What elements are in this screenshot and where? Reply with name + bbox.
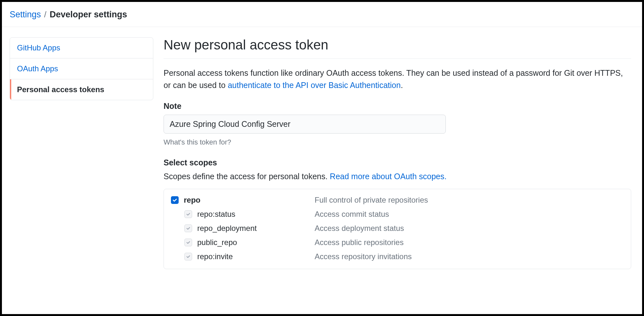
scopes-read-more-link[interactable]: Read more about OAuth scopes. <box>330 172 446 181</box>
checkbox-repo-status[interactable] <box>184 210 192 218</box>
scope-row-repo-deployment: repo_deployment Access deployment status <box>171 224 624 233</box>
check-icon <box>186 240 191 245</box>
intro-text: Personal access tokens function like ord… <box>164 67 631 91</box>
checkbox-repo-invite[interactable] <box>184 253 192 260</box>
scope-desc-repo-deployment: Access deployment status <box>315 224 404 233</box>
page-title: New personal access token <box>164 37 631 59</box>
scope-row-repo: repo Full control of private repositorie… <box>171 196 624 205</box>
check-icon <box>172 198 177 203</box>
breadcrumb-separator: / <box>44 10 47 20</box>
checkbox-repo[interactable] <box>171 196 179 204</box>
sidebar-item-oauth-apps[interactable]: OAuth Apps <box>10 58 153 79</box>
breadcrumb-current: Developer settings <box>50 10 127 20</box>
scope-desc-public-repo: Access public repositories <box>315 238 403 247</box>
sidebar-item-github-apps[interactable]: GitHub Apps <box>10 38 153 58</box>
scope-name-repo-status: repo:status <box>197 210 315 219</box>
scopes-description: Scopes define the access for personal to… <box>164 172 631 181</box>
check-icon <box>186 254 191 259</box>
scope-desc-repo: Full control of private repositories <box>315 196 428 205</box>
check-icon <box>186 226 191 231</box>
sidebar-item-personal-access-tokens[interactable]: Personal access tokens <box>10 79 153 100</box>
scope-desc-repo-status: Access commit status <box>315 210 389 219</box>
breadcrumb: Settings / Developer settings <box>2 2 642 27</box>
note-input[interactable] <box>164 115 446 134</box>
breadcrumb-parent-link[interactable]: Settings <box>10 10 41 20</box>
scope-row-repo-invite: repo:invite Access repository invitation… <box>171 252 624 261</box>
checkbox-public-repo[interactable] <box>184 239 192 246</box>
intro-auth-link[interactable]: authenticate to the API over Basic Authe… <box>228 81 401 90</box>
scopes-label: Select scopes <box>164 158 631 167</box>
sidebar: GitHub Apps OAuth Apps Personal access t… <box>10 37 153 269</box>
scopes-desc-text: Scopes define the access for personal to… <box>164 172 330 181</box>
check-icon <box>186 212 191 216</box>
scope-row-public-repo: public_repo Access public repositories <box>171 238 624 247</box>
scope-name-repo-deployment: repo_deployment <box>197 224 315 233</box>
checkbox-repo-deployment[interactable] <box>184 224 192 232</box>
note-label: Note <box>164 101 631 111</box>
main-content: New personal access token Personal acces… <box>164 37 634 269</box>
note-hint: What's this token for? <box>164 138 631 146</box>
scope-name-public-repo: public_repo <box>197 238 315 247</box>
intro-part2: . <box>401 81 403 90</box>
scope-desc-repo-invite: Access repository invitations <box>315 252 412 261</box>
scope-group-repo: repo Full control of private repositorie… <box>164 189 631 269</box>
scope-row-repo-status: repo:status Access commit status <box>171 210 624 219</box>
scope-name-repo-invite: repo:invite <box>197 252 315 261</box>
scope-name-repo: repo <box>184 196 315 205</box>
